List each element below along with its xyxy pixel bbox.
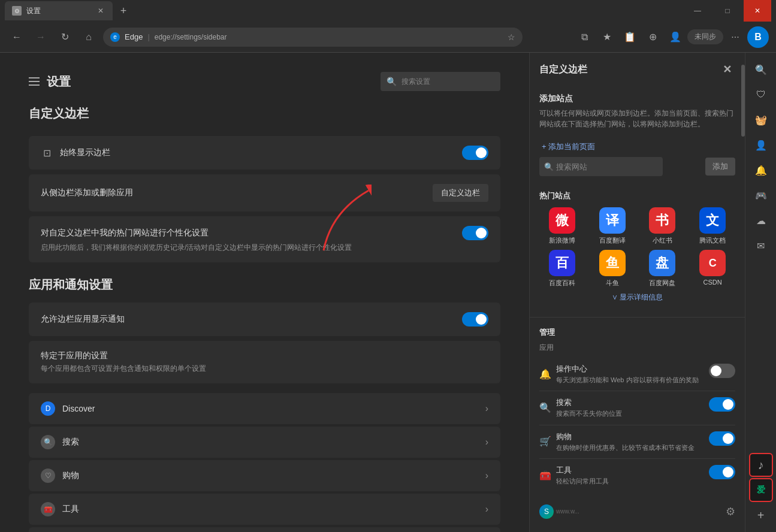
- sidebar-tiktok-icon[interactable]: ♪: [749, 453, 773, 477]
- home-button[interactable]: ⌂: [79, 28, 98, 47]
- settings-content: 设置 🔍 自定义边栏 ⊡ 始终显示边栏 从侧边栏添加或删除应用 自定义边栏: [0, 53, 529, 532]
- notifications-toggle[interactable]: [462, 312, 488, 327]
- add-site-section: 添加站点 可以将任何网站或网页添加到边栏。添加当前页面、搜索热门网站或在下面选择…: [530, 86, 745, 191]
- baidu-baike-icon: 百: [549, 250, 575, 276]
- manage-item-info-3: 工具 轻松访问常用工具: [556, 465, 704, 486]
- shopping-item[interactable]: ♡ 购物 ›: [29, 460, 500, 491]
- search-manage-toggle[interactable]: [709, 397, 735, 412]
- search-manage-desc: 搜索而不丢失你的位置: [556, 409, 704, 418]
- allow-notifications-item: 允许边栏应用显示通知: [29, 303, 500, 336]
- manage-item-row-2: 🛒 购物 在购物时使用优惠券、比较节省成本和节省资金: [539, 431, 735, 452]
- baidu-trans-icon: 译: [599, 207, 626, 234]
- show-details-label: ∨ 显示详细信息: [612, 292, 663, 303]
- settings-title: 设置: [47, 74, 71, 90]
- sidebar-iqiyi-icon[interactable]: 爱: [749, 478, 773, 502]
- personalize-row: 对自定义边栏中我的热门网站进行个性化设置: [41, 226, 488, 240]
- tools-item[interactable]: 🧰 工具 ›: [29, 494, 500, 525]
- hot-site-csdn[interactable]: C CSDN: [690, 250, 735, 288]
- refresh-button[interactable]: ↻: [55, 28, 74, 47]
- sidebar-person-icon[interactable]: 👤: [749, 133, 773, 157]
- bing-icon[interactable]: B: [747, 26, 769, 48]
- panel-close-button[interactable]: ✕: [718, 61, 735, 78]
- hot-site-baidu-pan[interactable]: 盘 百度网盘: [640, 250, 686, 288]
- hot-site-weibo[interactable]: 微 新浪微博: [539, 207, 585, 245]
- always-show-toggle[interactable]: [462, 146, 488, 160]
- personalize-label: 对自定义边栏中我的热门网站进行个性化设置: [41, 228, 209, 238]
- weibo-icon: 微: [549, 207, 575, 234]
- action-center-toggle[interactable]: [709, 364, 735, 378]
- tools-manage-toggle[interactable]: [709, 465, 735, 479]
- tab-close-button[interactable]: ✕: [96, 6, 105, 16]
- personalize-sidebar-item: 对自定义边栏中我的热门网站进行个性化设置 启用此功能后，我们将根据你的浏览历史记…: [29, 216, 500, 262]
- search-settings-item[interactable]: 🔍 搜索 ›: [29, 427, 500, 458]
- hot-site-tengxun[interactable]: 文 腾讯文档: [690, 207, 735, 245]
- sidebar-shield-icon[interactable]: 🛡: [749, 83, 773, 107]
- baidu-pan-label: 百度网盘: [649, 279, 675, 288]
- profile-icon[interactable]: 👤: [665, 26, 686, 48]
- discover-item[interactable]: D Discover ›: [29, 393, 500, 424]
- add-site-button[interactable]: 添加: [705, 158, 735, 176]
- window-controls: — □ ✕: [684, 0, 771, 22]
- games-item[interactable]: 🎮 游戏 ›: [29, 527, 500, 532]
- active-tab[interactable]: ⚙ 设置 ✕: [5, 1, 113, 20]
- close-button[interactable]: ✕: [744, 0, 771, 22]
- show-details-btn[interactable]: ∨ 显示详细信息: [539, 292, 735, 303]
- customize-sidebar-button[interactable]: 自定义边栏: [433, 184, 488, 202]
- manage-item-row-1: 🔍 搜索 搜索而不丢失你的位置: [539, 397, 735, 418]
- search-icon: 🔍: [387, 77, 397, 86]
- hot-site-douyu[interactable]: 鱼 斗鱼: [590, 250, 635, 288]
- sync-button[interactable]: 未同步: [687, 29, 723, 44]
- forward-button[interactable]: →: [31, 28, 50, 47]
- tools-manage-icon: 🧰: [539, 470, 551, 482]
- shopping-manage-toggle[interactable]: [709, 431, 735, 446]
- address-input[interactable]: e Edge | edge://settings/sidebar ☆: [103, 28, 523, 47]
- shopping-manage-icon: 🛒: [539, 436, 551, 448]
- search-settings-input[interactable]: 🔍: [381, 72, 500, 91]
- hot-site-xiaohongshu[interactable]: 书 小红书: [640, 207, 686, 245]
- add-remove-sidebar-item: 从侧边栏添加或删除应用 自定义边栏: [29, 174, 500, 211]
- hot-site-baidu-trans[interactable]: 译 百度翻译: [590, 207, 635, 245]
- watermark: S www.w...: [539, 504, 579, 519]
- search-chevron: ›: [485, 437, 488, 448]
- add-current-page-btn[interactable]: + 添加当前页面: [539, 137, 735, 157]
- search-left: 🔍 搜索: [41, 435, 79, 449]
- hot-sites-title: 热门站点: [539, 191, 735, 201]
- search-manage-icon: 🔍: [539, 402, 551, 414]
- app-specific-subtext: 每个应用都包含可设置并包含通知和权限的单个设置: [41, 364, 488, 374]
- favorites-icon[interactable]: ★: [596, 26, 618, 48]
- app-title: 应用: [539, 343, 735, 353]
- new-tab-button[interactable]: +: [115, 2, 132, 19]
- hamburger-menu[interactable]: [29, 77, 40, 86]
- search-site-input[interactable]: [539, 157, 663, 176]
- more-menu-icon[interactable]: ···: [724, 26, 746, 48]
- sidebar-shield2-icon[interactable]: 🔔: [749, 158, 773, 182]
- sidebar-games2-icon[interactable]: 🎮: [749, 183, 773, 207]
- collections-icon[interactable]: ⧉: [573, 26, 595, 48]
- maximize-button[interactable]: □: [714, 0, 741, 22]
- baidu-baike-label: 百度百科: [549, 279, 575, 288]
- settings-gear-icon[interactable]: ⚙: [726, 505, 735, 518]
- sidebar-add-icon[interactable]: +: [749, 503, 773, 527]
- baidu-trans-label: 百度翻译: [599, 236, 626, 245]
- tab-groups-icon[interactable]: ⊕: [642, 26, 663, 48]
- search-input[interactable]: [401, 77, 494, 86]
- far-right-sidebar: 🔍 🛡 🧺 👤 🔔 🎮 ☁ ✉ ♪ 爱 +: [745, 53, 776, 532]
- back-button[interactable]: ←: [7, 28, 26, 47]
- sidebar-basket-icon[interactable]: 🧺: [749, 108, 773, 132]
- tab-label: 设置: [26, 6, 41, 16]
- app-specific-item: 特定于应用的设置 每个应用都包含可设置并包含通知和权限的单个设置: [29, 341, 500, 383]
- sidebar-mail-icon[interactable]: ✉: [749, 234, 773, 258]
- always-show-left: ⊡ 始终显示边栏: [41, 147, 110, 159]
- weibo-label: 新浪微博: [549, 236, 575, 245]
- always-show-label: 始终显示边栏: [60, 147, 110, 158]
- panel-scrollbar[interactable]: [741, 53, 745, 137]
- right-panel-header: 自定义边栏 ✕: [530, 53, 745, 86]
- bookmark-icon[interactable]: ☆: [508, 32, 515, 42]
- sidebar-cloud-icon[interactable]: ☁: [749, 208, 773, 232]
- reading-list-icon[interactable]: 📋: [619, 26, 641, 48]
- hot-site-baidu-baike[interactable]: 百 百度百科: [539, 250, 585, 288]
- shopping-icon: ♡: [41, 468, 55, 483]
- sidebar-zoom-icon[interactable]: 🔍: [749, 58, 773, 81]
- minimize-button[interactable]: —: [684, 0, 711, 22]
- personalize-toggle[interactable]: [462, 226, 488, 240]
